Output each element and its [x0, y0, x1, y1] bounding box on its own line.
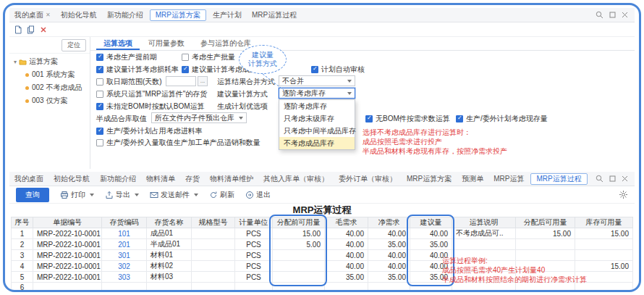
cell[interactable]: 半成品01 — [147, 239, 192, 250]
cell[interactable]: MRP-2022-10-0001 — [33, 272, 102, 283]
close-icon[interactable] — [622, 12, 628, 18]
tab-inventory[interactable]: 存货 — [180, 172, 205, 186]
cell[interactable]: 35.00 — [368, 239, 410, 250]
column-header[interactable]: 单据编号 — [33, 217, 102, 228]
cell[interactable] — [147, 283, 192, 292]
cell[interactable]: MRP-2022-10-0001 — [33, 239, 102, 250]
cell[interactable] — [368, 283, 410, 292]
column-header[interactable]: 建议量 — [410, 217, 452, 228]
cell-item-code[interactable]: 201 — [102, 239, 147, 250]
checkbox-loss-rate[interactable]: 建议量计算考虑损耗率 — [96, 65, 179, 75]
dropdown-option-highlighted[interactable]: 不考虑成品库存 — [279, 137, 355, 149]
cell[interactable]: 40.00 — [368, 228, 410, 239]
cell[interactable]: 35.00 — [410, 239, 452, 250]
tab-forecast[interactable]: 预测单 — [457, 172, 488, 186]
refresh-button[interactable]: 刷新 — [209, 190, 234, 200]
cell[interactable]: 15.00 — [273, 228, 325, 239]
cell[interactable]: MRP-2022-10-0001 — [33, 228, 102, 239]
column-header[interactable]: 净需求 — [368, 217, 410, 228]
cell[interactable]: 40.00 — [325, 239, 368, 250]
cell[interactable]: 3 — [12, 250, 33, 261]
checkbox-box[interactable] — [456, 115, 463, 122]
query-button[interactable]: 查询 — [16, 188, 49, 202]
dropdown-option[interactable]: 逐阶考虑库存 — [279, 100, 355, 112]
tab-available-params[interactable]: 可用量参数 — [141, 37, 192, 50]
tab-other-inbound[interactable]: 其他入库单（审核） — [258, 172, 334, 186]
checkbox-mrp-items-only[interactable]: 系统只运算"MRP运算件"的存货 — [96, 89, 207, 99]
column-header[interactable]: 毛需求 — [325, 217, 368, 228]
checkbox-box[interactable] — [182, 54, 189, 61]
cell[interactable]: 35.00 — [368, 272, 410, 283]
tab-calc-options[interactable]: 运算选项 — [96, 37, 140, 50]
tab-new-features[interactable]: 新功能介绍 — [102, 8, 148, 22]
checkbox-no-bom[interactable]: 无BOM件按需求数运算 — [365, 114, 450, 124]
cell[interactable] — [192, 250, 235, 261]
cell[interactable]: 40.00 — [325, 250, 368, 261]
cell[interactable]: MRP-2022-10-0001 — [33, 250, 102, 261]
tab-mrp-calc[interactable]: MRP运算 — [488, 172, 529, 186]
cell[interactable]: 1 — [12, 228, 33, 239]
table-row[interactable]: 1MRP-2022-10-0001101成品01PCS15.0040.0040.… — [12, 228, 633, 239]
checkbox-auto-audit[interactable]: 计划自动审核 — [311, 65, 365, 75]
column-header[interactable]: 序号 — [12, 217, 33, 228]
table-row[interactable]: 2MRP-2022-10-0001201半成品01PCS5.0040.0035.… — [12, 239, 633, 250]
cell[interactable] — [452, 239, 516, 250]
column-header[interactable]: 计量单位 — [235, 217, 273, 228]
cell[interactable]: MRP-2022-10-0001 — [33, 261, 102, 272]
tab-init-nav[interactable]: 初始化导航 — [48, 172, 95, 186]
cell[interactable]: PCS — [235, 239, 273, 250]
new-doc-icon[interactable] — [14, 25, 22, 34]
column-header[interactable]: 运算说明 — [452, 217, 516, 228]
dropdown-option[interactable]: 只考虑中间半成品库存 — [279, 125, 355, 137]
ellipsis-button[interactable]: ... — [198, 76, 208, 86]
semi-warehouse-select[interactable]: 所在文件内子件预出仓库 — [151, 112, 247, 123]
cell[interactable]: 40.00 — [325, 228, 368, 239]
checkbox-box[interactable] — [96, 139, 103, 146]
delete-icon[interactable] — [40, 26, 47, 33]
column-header[interactable]: 库存可用量 — [575, 217, 633, 228]
cell[interactable]: 40.00 — [368, 261, 410, 272]
checkbox-box[interactable] — [96, 128, 103, 135]
checkbox-box[interactable] — [311, 66, 318, 73]
cell[interactable] — [575, 239, 633, 250]
tree-item-003[interactable]: 003 仅方案 — [9, 94, 90, 107]
cell[interactable] — [235, 283, 273, 292]
column-header[interactable]: 分配后可用量 — [516, 217, 575, 228]
gear-icon[interactable] — [619, 190, 628, 199]
checkbox-default-bom[interactable]: 未指定BOM时按默认BOM运算 — [96, 101, 205, 112]
cell[interactable]: 材料03 — [147, 272, 192, 283]
cell[interactable]: 40.00 — [410, 228, 452, 239]
tab-init-nav[interactable]: 初始化导航 — [56, 8, 102, 22]
search-icon[interactable] — [596, 175, 603, 183]
cell[interactable]: 5 — [12, 272, 33, 283]
cell[interactable] — [192, 272, 235, 283]
tab-my-desktop[interactable]: 我的桌面 — [9, 172, 48, 186]
checkbox-incoming-rate[interactable]: 生产/委外计划占用考虑进料率 — [96, 126, 203, 136]
cell[interactable] — [516, 239, 575, 250]
search-icon[interactable] — [596, 11, 603, 19]
cell[interactable]: 4 — [12, 261, 33, 272]
column-header[interactable]: 存货编码 — [102, 217, 147, 228]
tab-mrp-scheme[interactable]: MRP运算方案 — [402, 172, 457, 186]
cell[interactable]: PCS — [235, 261, 273, 272]
cell[interactable]: 40.00 — [368, 250, 410, 261]
cell[interactable]: 35.00 — [325, 272, 368, 283]
cell[interactable]: 15.00 — [516, 228, 575, 239]
cell[interactable]: PCS — [235, 272, 273, 283]
tree-root[interactable]: ▾ 运算方案 — [9, 54, 90, 68]
cell[interactable]: PCS — [235, 250, 273, 261]
cell[interactable] — [33, 283, 102, 292]
column-header[interactable]: 分配前可用量 — [273, 217, 325, 228]
checkbox-input-qty[interactable]: 生产/委外投入量取值生产加工单产品适销和数量 — [96, 138, 260, 148]
send-mail-button[interactable]: 发送邮件 — [150, 190, 198, 200]
tab-bom-maintain[interactable]: 物料清单维护 — [205, 172, 258, 186]
cell-item-code[interactable]: 302 — [102, 261, 147, 272]
column-header[interactable]: 存货名称 — [147, 217, 192, 228]
dropdown-option[interactable]: 只考虑末级库存 — [279, 112, 355, 125]
checkbox-box[interactable] — [96, 91, 103, 98]
tab-mrp-process[interactable]: MRP运算过程 — [530, 173, 587, 185]
exit-button[interactable]: 退出 — [245, 190, 271, 200]
tab-outsource-order[interactable]: 委外订单（审核） — [334, 172, 402, 186]
tab-bom[interactable]: 物料清单 — [141, 172, 180, 186]
cell[interactable]: 40.00 — [325, 261, 368, 272]
